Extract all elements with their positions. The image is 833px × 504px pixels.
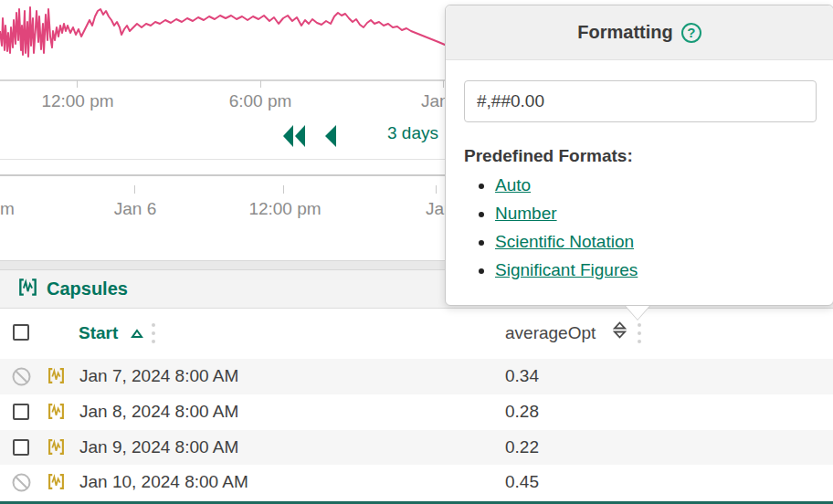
format-link-number[interactable]: Number — [495, 204, 557, 223]
formatting-popup: Formatting ? Predefined Formats: Auto Nu… — [445, 5, 833, 306]
seeq-workbench-screen: 12:00 pm 6:00 pm Jan 3 days m Jan 6 12:0… — [0, 0, 833, 504]
column-header-averageopt[interactable]: averageOpt — [505, 323, 596, 343]
table-row[interactable]: Jan 8, 2024 8:00 AM 0.28 — [0, 394, 833, 430]
popup-pointer-caret — [625, 306, 650, 320]
format-link-auto[interactable]: Auto — [495, 175, 531, 194]
axis-label-partial: m — [0, 199, 15, 219]
formatting-popup-header: Formatting ? — [446, 5, 833, 60]
step-back-icon[interactable] — [322, 124, 338, 152]
capsule-value-cell: 0.22 — [505, 437, 539, 457]
axis-tick — [436, 185, 437, 194]
axis-tick — [134, 185, 135, 194]
capsules-table-header: Start averageOpt — [0, 309, 833, 359]
format-option-item: Significant Figures — [495, 260, 818, 280]
help-icon[interactable]: ? — [681, 23, 701, 43]
axis-tick — [283, 185, 284, 194]
capsule-value-cell: 0.34 — [505, 366, 539, 386]
axis-label-evening: 6:00 pm — [229, 91, 292, 111]
format-option-item: Number — [495, 204, 818, 224]
start-column-menu-icon[interactable] — [152, 323, 155, 343]
capsule-value-cell: 0.28 — [505, 402, 539, 422]
capsule-start-cell: Jan 7, 2024 8:00 AM — [79, 366, 238, 386]
no-entry-icon — [12, 473, 31, 496]
table-row[interactable]: Jan 9, 2024 8:00 AM 0.22 — [0, 430, 833, 466]
format-link-significant-figures[interactable]: Significant Figures — [495, 260, 638, 279]
time-navigation: 3 days — [0, 121, 445, 152]
capsule-icon — [18, 278, 37, 300]
capsule-icon — [47, 438, 65, 459]
axis-tick — [77, 80, 78, 88]
capsule-icon — [47, 367, 65, 388]
capsule-start-cell: Jan 9, 2024 8:00 AM — [79, 437, 238, 457]
formatting-popup-body: Predefined Formats: Auto Number Scientif… — [446, 60, 833, 280]
rewind-icon[interactable] — [279, 124, 309, 152]
axis-label-jan6: Jan 6 — [114, 199, 156, 219]
popup-title: Formatting — [577, 22, 672, 43]
axis-tick — [443, 80, 444, 88]
capsule-icon — [47, 403, 65, 424]
sortable-icon[interactable] — [613, 321, 627, 342]
capsule-icon — [47, 473, 65, 494]
no-entry-icon — [12, 367, 31, 390]
row-checkbox[interactable] — [13, 404, 29, 420]
predefined-formats-heading: Predefined Formats: — [464, 146, 818, 166]
row-checkbox[interactable] — [13, 439, 29, 456]
axis-label-noon2: 12:00 pm — [248, 199, 321, 219]
format-option-item: Auto — [495, 175, 818, 195]
format-string-input[interactable] — [464, 80, 817, 122]
table-row[interactable]: Jan 7, 2024 8:00 AM 0.34 — [0, 359, 833, 394]
axis-tick — [260, 80, 261, 88]
duration-label[interactable]: 3 days — [387, 123, 438, 143]
table-row[interactable]: Jan 10, 2024 8:00 AM 0.45 — [0, 465, 833, 500]
capsules-table-body: Jan 7, 2024 8:00 AM 0.34 Jan 8, 2024 8:0… — [0, 359, 833, 500]
capsules-pane-title: Capsules — [47, 278, 128, 299]
averageopt-column-menu-icon[interactable] — [638, 323, 641, 343]
format-option-item: Scientific Notation — [495, 232, 818, 252]
format-link-scientific-notation[interactable]: Scientific Notation — [495, 232, 634, 251]
axis-label-noon: 12:00 pm — [41, 91, 113, 111]
capsule-start-cell: Jan 10, 2024 8:00 AM — [79, 472, 248, 492]
sort-ascending-icon[interactable] — [131, 326, 143, 342]
capsule-start-cell: Jan 8, 2024 8:00 AM — [79, 402, 238, 422]
select-all-checkbox[interactable] — [13, 324, 29, 341]
column-header-start[interactable]: Start — [79, 323, 118, 343]
capsule-value-cell: 0.45 — [505, 472, 539, 492]
predefined-formats-list: Auto Number Scientific Notation Signific… — [495, 175, 818, 280]
